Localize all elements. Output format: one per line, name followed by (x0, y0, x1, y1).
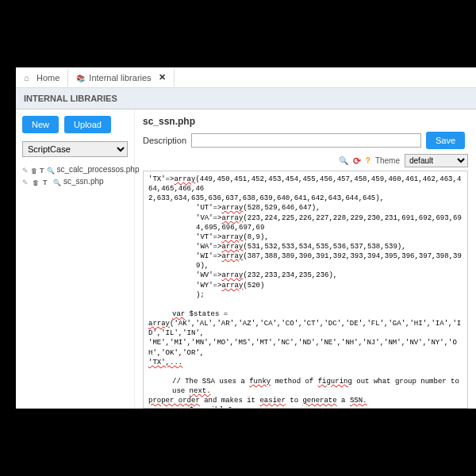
file-name: sc_ssn.php (63, 177, 104, 186)
body: New Upload ScriptCase sc_calc_processos.… (16, 109, 476, 409)
library-icon (76, 73, 85, 82)
help-icon[interactable] (366, 156, 370, 165)
new-button[interactable]: New (22, 116, 59, 133)
code-editor[interactable]: 'TX'=>array(449,450,451,452,453,454,455,… (143, 171, 468, 409)
tab-bar: Home Internal libraries ✕ (16, 67, 476, 88)
page-title: INTERNAL LIBRARIES (16, 88, 476, 109)
upload-button[interactable]: Upload (64, 116, 111, 133)
close-icon[interactable]: ✕ (159, 72, 166, 83)
description-label: Description (143, 136, 186, 145)
project-select[interactable]: ScriptCase (22, 141, 128, 157)
home-icon (24, 73, 33, 82)
refresh-icon[interactable] (353, 155, 361, 167)
file-item[interactable]: sc_calc_processos.php (22, 163, 128, 175)
delete-icon[interactable] (31, 166, 37, 174)
sidebar: New Upload ScriptCase sc_calc_processos.… (16, 109, 135, 409)
tab-label: Internal libraries (89, 73, 151, 83)
main-panel: sc_ssn.php Description Save Theme defaul… (135, 109, 476, 409)
delete-icon[interactable] (33, 178, 40, 186)
edit-icon[interactable] (22, 166, 29, 174)
description-input[interactable] (191, 133, 421, 148)
theme-label: Theme (375, 156, 400, 165)
app-window: Home Internal libraries ✕ INTERNAL LIBRA… (16, 67, 476, 409)
search-icon[interactable] (53, 178, 61, 186)
tab-label: Home (36, 73, 60, 83)
file-item[interactable]: sc_ssn.php (22, 175, 128, 187)
file-list: sc_calc_processos.php sc_ssn.php (22, 163, 128, 187)
editor-toolbar: Theme default (143, 154, 468, 167)
search-icon[interactable] (47, 166, 55, 174)
edit-icon[interactable] (22, 178, 30, 186)
save-button[interactable]: Save (426, 132, 465, 149)
theme-select[interactable]: default (405, 154, 468, 167)
text-icon (40, 166, 44, 174)
tab-internal-libraries[interactable]: Internal libraries ✕ (68, 68, 174, 86)
search-icon[interactable] (339, 156, 348, 165)
text-icon (43, 178, 51, 186)
filename-heading: sc_ssn.php (143, 116, 468, 127)
description-row: Description Save (143, 132, 468, 149)
tab-home[interactable]: Home (16, 69, 68, 86)
file-name: sc_calc_processos.php (57, 165, 140, 174)
